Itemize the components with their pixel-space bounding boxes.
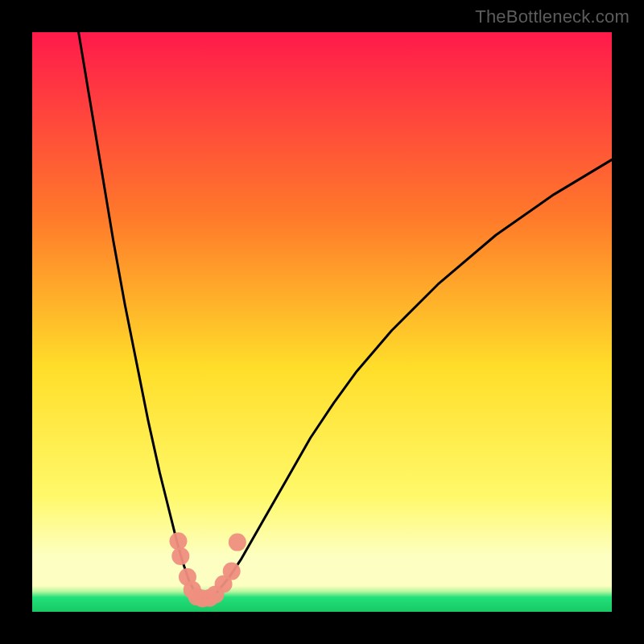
chart-frame: TheBottleneck.com <box>0 0 644 644</box>
data-markers <box>32 32 612 612</box>
svg-point-11 <box>229 534 246 551</box>
svg-point-10 <box>223 563 241 580</box>
svg-point-1 <box>169 532 187 550</box>
plot-area <box>32 32 612 612</box>
svg-point-2 <box>171 547 189 565</box>
watermark-text: TheBottleneck.com <box>475 6 630 27</box>
